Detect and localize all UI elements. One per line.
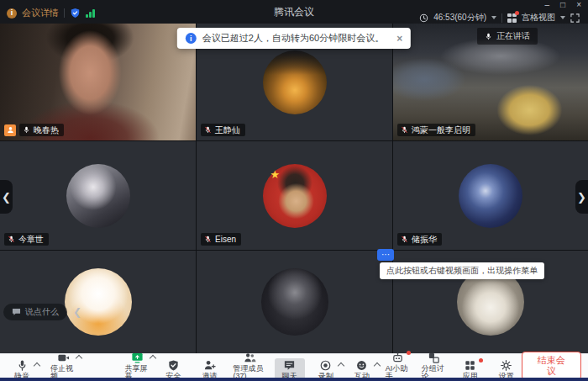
chat-bubble-icon — [12, 308, 21, 316]
participant-name: 储振华 — [412, 235, 437, 244]
ai-assistant-button[interactable]: AI小助手 — [383, 351, 413, 381]
meeting-limit-banner: i 会议已超过2人，自动转为60分钟限时会议。 × — [177, 28, 411, 49]
participant-name: 鸿蒙一般李启明 — [412, 126, 470, 135]
reaction-icon — [355, 359, 368, 372]
ai-assistant-icon — [391, 352, 404, 364]
tencent-meeting-window: i 会议详情 腾讯会议 – □ × 46:53(60分钟) 宫格视图 — [0, 0, 588, 381]
mic-on-icon — [23, 125, 30, 135]
fullscreen-icon[interactable] — [570, 13, 580, 23]
divider — [64, 8, 65, 18]
title-bar: i 会议详情 腾讯会议 – □ × 46:53(60分钟) 宫格视图 — [0, 0, 588, 24]
more-options-tooltip: 点此按钮或右键视频画面，出现操作菜单 — [380, 262, 544, 279]
meeting-details-link[interactable]: 会议详情 — [22, 7, 59, 19]
mic-icon — [16, 359, 29, 372]
chevron-up-icon[interactable] — [373, 362, 380, 369]
security-shield-icon[interactable] — [70, 8, 81, 19]
participant-tile-avatar[interactable]: 储振华 — [393, 141, 588, 250]
video-grid: 晚春热 王静仙 正在讲话 鸿蒙一般李启明 — [0, 24, 588, 353]
taskbar-strip — [0, 378, 588, 381]
banner-close-icon[interactable]: × — [396, 33, 402, 45]
mic-on-icon — [485, 32, 492, 41]
info-icon: i — [186, 33, 197, 44]
name-badge: 今章世 — [4, 233, 49, 246]
avatar-galaxy — [459, 164, 522, 228]
apps-icon — [464, 359, 476, 372]
participant-tile-video[interactable]: 正在讲话 鸿蒙一般李启明 — [393, 24, 588, 140]
name-badge: 储振华 — [397, 233, 442, 246]
mic-muted-icon — [8, 235, 15, 244]
notification-dot — [479, 358, 483, 362]
participant-tile-avatar[interactable]: 今章世 — [0, 141, 196, 250]
mic-muted-icon — [401, 235, 408, 244]
participant-tile-video[interactable]: 晚春热 — [0, 24, 196, 140]
camera-icon — [57, 352, 70, 364]
prev-page-arrow[interactable]: ❮ — [0, 180, 13, 214]
clock-icon — [419, 13, 428, 23]
chat-icon — [283, 359, 296, 372]
grid-view-icon[interactable] — [507, 13, 517, 23]
meeting-timer[interactable]: 46:53(60分钟) — [433, 12, 486, 24]
notification-dot — [407, 351, 411, 355]
minimize-button[interactable]: – — [545, 1, 550, 9]
participant-name: 晚春热 — [34, 126, 59, 135]
end-meeting-button[interactable]: 结束会议 — [522, 352, 581, 380]
avatar-dark-figure — [261, 268, 328, 336]
name-badge: 王静仙 — [201, 124, 245, 136]
avatar-sunset-trees — [263, 50, 327, 114]
mic-muted-icon — [204, 125, 212, 135]
quick-chat: 说点什么 ❮ — [3, 304, 83, 320]
breakout-rooms-button[interactable]: 分组讨论 — [419, 351, 449, 381]
chevron-down-icon[interactable] — [560, 16, 565, 19]
chevron-down-icon[interactable] — [491, 16, 496, 19]
chevron-up-icon[interactable] — [34, 362, 40, 369]
avatar-flag-portrait — [263, 164, 327, 228]
manage-members-button[interactable]: 管理成员(37) — [231, 351, 269, 381]
participant-tile-avatar[interactable] — [0, 251, 196, 353]
chevron-up-icon[interactable] — [149, 355, 155, 362]
share-screen-icon — [131, 352, 144, 364]
chevron-up-icon[interactable] — [337, 362, 344, 369]
banner-text: 会议已超过2人，自动转为60分钟限时会议。 — [202, 32, 384, 45]
mic-muted-icon — [204, 235, 212, 244]
participant-tile-avatar[interactable]: Eisen — [197, 141, 392, 250]
network-signal-icon[interactable] — [86, 9, 95, 18]
maximize-button[interactable]: □ — [560, 1, 565, 9]
quick-chat-input[interactable]: 说点什么 — [3, 304, 67, 320]
stop-video-button[interactable]: 停止视频 — [48, 351, 79, 381]
host-icon — [4, 124, 16, 136]
breakout-icon — [428, 352, 440, 364]
shield-icon — [167, 359, 180, 372]
avatar-mirror-selfie — [66, 164, 130, 228]
meeting-info-icon: i — [7, 8, 17, 19]
more-options-button[interactable]: ··· — [377, 249, 394, 261]
avatar-cartoon-sheep — [65, 268, 132, 336]
name-badge: Eisen — [201, 233, 241, 246]
share-screen-button[interactable]: 共享屏幕 — [123, 351, 153, 381]
divider — [501, 13, 502, 23]
name-badge: 晚春热 — [19, 124, 64, 136]
participant-tile-avatar[interactable] — [197, 251, 392, 353]
participant-name: 王静仙 — [215, 126, 240, 135]
next-page-arrow[interactable]: ❯ — [575, 180, 588, 214]
members-icon — [244, 352, 256, 364]
mic-muted-icon — [401, 125, 408, 135]
chevron-up-icon[interactable] — [75, 355, 81, 362]
close-button[interactable]: × — [576, 1, 581, 9]
collapse-chevron-icon[interactable]: ❮ — [71, 306, 83, 318]
view-mode-button[interactable]: 宫格视图 — [522, 12, 555, 24]
name-badge: 鸿蒙一般李启明 — [397, 124, 475, 136]
meeting-toolbar: 静音 停止视频 共享屏幕 安全 邀请 管理成员(37) — [0, 353, 588, 378]
record-icon — [319, 359, 332, 372]
window-controls: – □ × — [545, 1, 581, 9]
participant-name: Eisen — [215, 235, 236, 244]
speaking-indicator: 正在讲话 — [477, 28, 538, 45]
invite-icon — [203, 359, 216, 372]
settings-icon — [500, 359, 512, 372]
participant-name: 今章世 — [18, 235, 44, 244]
